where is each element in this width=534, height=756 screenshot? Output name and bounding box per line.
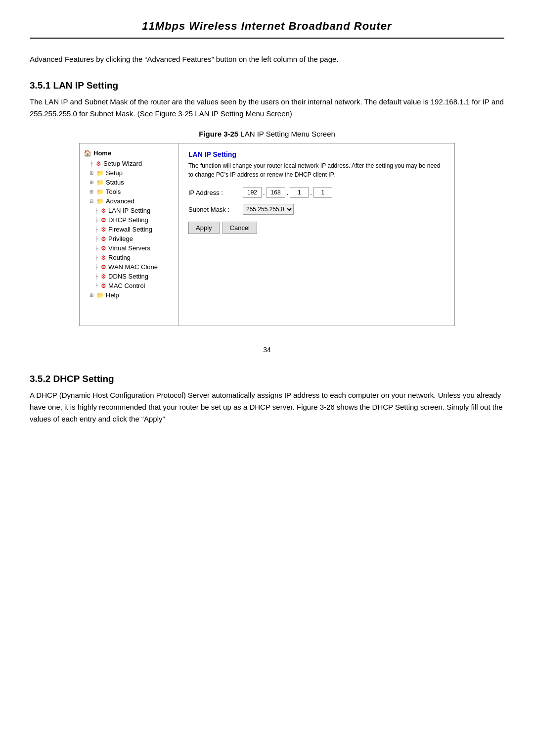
gear-icon-routing: ⚙ — [101, 254, 106, 261]
subnet-select[interactable]: 255.255.255.0 255.255.0.0 255.0.0.0 — [243, 204, 294, 215]
gear-icon-setup-wizard: ⚙ — [96, 160, 101, 167]
intro-text: Advanced Features by clicking the “Advan… — [30, 53, 504, 65]
tree-icon-help: ⊞ — [89, 292, 93, 298]
tree-icon-dhcp: ├ — [94, 217, 98, 223]
button-row: Apply Cancel — [188, 222, 445, 234]
sidebar-label-dhcp: DHCP Setting — [108, 216, 148, 224]
gear-icon-privilege: ⚙ — [101, 236, 106, 242]
figure-caption-suffix: LAN IP Setting Menu Screen — [238, 130, 335, 138]
folder-icon-setup: 📁 — [96, 170, 104, 177]
sidebar-label-wan-mac: WAN MAC Clone — [108, 263, 158, 271]
home-icon: 🏠 — [84, 149, 91, 157]
tree-icon-status: ⊞ — [89, 180, 93, 185]
sidebar-label-firewall: Firewall Setting — [108, 226, 152, 233]
tree-icon-virtual-servers: ├ — [94, 245, 98, 251]
section-lan-ip: 3.5.1 LAN IP Setting The LAN IP and Subn… — [30, 80, 504, 326]
sidebar-item-mac-control[interactable]: └ ⚙ MAC Control — [80, 281, 178, 290]
sidebar-item-virtual-servers[interactable]: ├ ⚙ Virtual Servers — [80, 243, 178, 253]
sidebar-label-privilege: Privilege — [108, 235, 133, 242]
section-lan-ip-desc: The LAN IP and Subnet Mask of the router… — [30, 96, 504, 120]
sidebar-home[interactable]: 🏠 Home — [80, 147, 178, 159]
router-sidebar: 🏠 Home ├ ⚙ Setup Wizard ⊞ 📁 Setup ⊞ 📁 St… — [80, 143, 178, 326]
sidebar-label-tools: Tools — [106, 188, 121, 195]
sidebar-item-wan-mac[interactable]: ├ ⚙ WAN MAC Clone — [80, 262, 178, 272]
gear-icon-mac-control: ⚙ — [101, 283, 106, 289]
tree-icon-tools: ⊞ — [89, 189, 93, 194]
ip-octet4[interactable] — [313, 187, 332, 198]
sidebar-item-setup-wizard[interactable]: ├ ⚙ Setup Wizard — [80, 159, 178, 168]
gear-icon-virtual-servers: ⚙ — [101, 245, 106, 252]
section-dhcp: 3.5.2 DHCP Setting A DHCP (Dynamic Host … — [30, 374, 504, 425]
subnet-mask-row: Subnet Mask : 255.255.255.0 255.255.0.0 … — [188, 204, 445, 215]
tree-icon-setup: ⊞ — [89, 170, 93, 176]
sidebar-label-lan-ip: LAN IP Setting — [108, 207, 150, 214]
cancel-button[interactable]: Cancel — [222, 222, 257, 234]
sidebar-item-dhcp[interactable]: ├ ⚙ DHCP Setting — [80, 215, 178, 225]
ip-dot-1: . — [263, 189, 266, 196]
gear-icon-dhcp: ⚙ — [101, 217, 106, 224]
apply-button[interactable]: Apply — [188, 222, 220, 234]
sidebar-label-ddns: DDNS Setting — [108, 273, 148, 280]
folder-icon-status: 📁 — [96, 179, 104, 186]
gear-icon-firewall: ⚙ — [101, 226, 106, 233]
main-panel: LAN IP Setting The function will change … — [178, 143, 454, 326]
ip-inputs: . . . — [243, 187, 332, 198]
section-lan-ip-title: 3.5.1 LAN IP Setting — [30, 80, 504, 91]
tree-icon: ├ — [89, 161, 93, 166]
ip-label: IP Address : — [188, 189, 243, 196]
ip-address-row: IP Address : . . . — [188, 187, 445, 198]
sidebar-label-virtual-servers: Virtual Servers — [108, 244, 150, 252]
figure-caption-bold: Figure 3-25 — [199, 130, 238, 138]
sidebar-label-setup: Setup — [106, 169, 123, 177]
sidebar-home-label: Home — [93, 149, 111, 157]
folder-icon-help: 📁 — [96, 292, 104, 299]
sidebar-item-tools[interactable]: ⊞ 📁 Tools — [80, 187, 178, 196]
tree-icon-routing: ├ — [94, 255, 98, 260]
gear-icon-ddns: ⚙ — [101, 273, 106, 280]
ip-octet1[interactable] — [243, 187, 262, 198]
tree-icon-mac-control: └ — [94, 283, 98, 288]
sidebar-item-privilege[interactable]: ├ ⚙ Privilege — [80, 234, 178, 243]
sidebar-item-help[interactable]: ⊞ 📁 Help — [80, 290, 178, 300]
panel-title: LAN IP Setting — [188, 150, 445, 158]
sidebar-item-firewall[interactable]: ├ ⚙ Firewall Setting — [80, 225, 178, 234]
folder-icon-advanced: 📁 — [96, 198, 104, 205]
tree-icon-lan-ip: ├ — [94, 208, 98, 213]
ip-dot-3: . — [310, 189, 312, 196]
figure-caption: Figure 3-25 LAN IP Setting Menu Screen — [30, 130, 504, 138]
router-ui-frame: 🏠 Home ├ ⚙ Setup Wizard ⊞ 📁 Setup ⊞ 📁 St… — [79, 143, 455, 326]
ip-octet3[interactable] — [290, 187, 309, 198]
tree-icon-advanced: ⊟ — [89, 198, 93, 204]
section-dhcp-desc: A DHCP (Dynamic Host Configuration Proto… — [30, 389, 504, 425]
sidebar-label-status: Status — [106, 179, 124, 186]
sidebar-label-routing: Routing — [108, 254, 131, 261]
sidebar-label-help: Help — [106, 291, 119, 299]
sidebar-item-advanced[interactable]: ⊟ 📁 Advanced — [80, 196, 178, 206]
tree-icon-ddns: ├ — [94, 274, 98, 279]
tree-icon-privilege: ├ — [94, 236, 98, 241]
gear-icon-lan-ip: ⚙ — [101, 207, 106, 214]
header-title: 11Mbps Wireless Internet Broadband Route… — [142, 20, 392, 32]
subnet-label: Subnet Mask : — [188, 206, 243, 213]
sidebar-label-advanced: Advanced — [106, 197, 134, 205]
sidebar-item-status[interactable]: ⊞ 📁 Status — [80, 178, 178, 187]
page-number: 34 — [30, 346, 504, 354]
folder-icon-tools: 📁 — [96, 189, 104, 195]
ip-octet2[interactable] — [267, 187, 285, 198]
tree-icon-wan-mac: ├ — [94, 264, 98, 270]
sidebar-item-routing[interactable]: ├ ⚙ Routing — [80, 253, 178, 262]
tree-icon-firewall: ├ — [94, 227, 98, 232]
sidebar-item-setup[interactable]: ⊞ 📁 Setup — [80, 168, 178, 178]
sidebar-item-ddns[interactable]: ├ ⚙ DDNS Setting — [80, 272, 178, 281]
section-dhcp-title: 3.5.2 DHCP Setting — [30, 374, 504, 384]
panel-desc: The function will change your router loc… — [188, 161, 445, 179]
sidebar-label-mac-control: MAC Control — [108, 282, 145, 289]
ip-dot-2: . — [286, 189, 289, 196]
sidebar-label-setup-wizard: Setup Wizard — [103, 160, 142, 167]
sidebar-item-lan-ip[interactable]: ├ ⚙ LAN IP Setting — [80, 206, 178, 215]
gear-icon-wan-mac: ⚙ — [101, 264, 106, 271]
page-header: 11Mbps Wireless Internet Broadband Route… — [30, 20, 504, 39]
